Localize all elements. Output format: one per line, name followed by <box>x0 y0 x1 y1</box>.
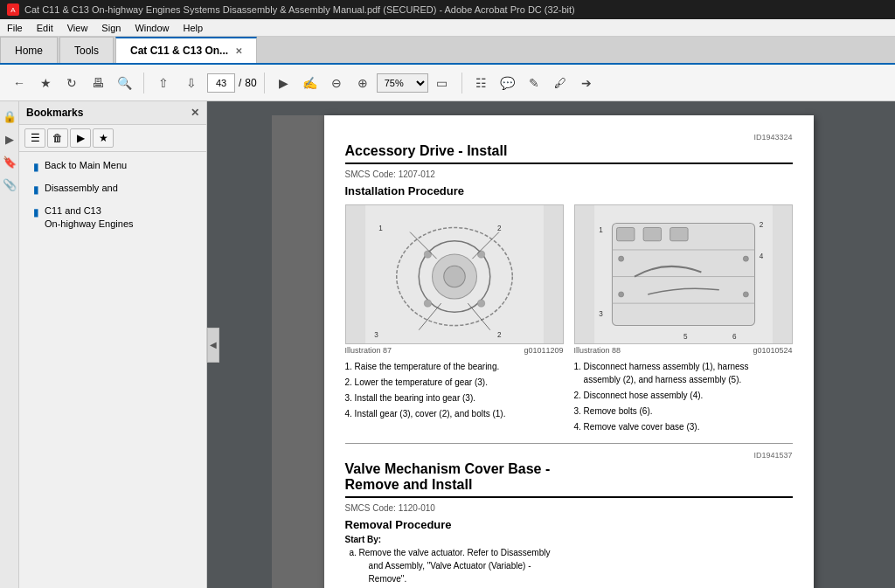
zoom-select[interactable]: 75% 100% 125% 150% <box>377 73 428 93</box>
page-separator: / <box>239 77 241 89</box>
svg-text:2: 2 <box>759 221 763 229</box>
illus-87-code: g01011209 <box>524 346 563 355</box>
right-step-1: 1. Disconnect harness assembly (1), harn… <box>574 360 793 386</box>
share-button[interactable]: ➔ <box>574 71 599 95</box>
select-tool-button[interactable]: ▶ <box>272 71 296 95</box>
page-left-margin <box>272 115 324 588</box>
refresh-button[interactable]: ↻ <box>59 71 84 95</box>
tab-home-label: Home <box>15 45 43 57</box>
bookmark-star-button[interactable]: ★ <box>33 71 58 95</box>
title-text: Cat C11 & C13 On-highway Engines Systems… <box>24 4 575 15</box>
sidebar-menu-btn[interactable]: ☰ <box>24 128 45 148</box>
svg-text:3: 3 <box>599 310 603 318</box>
illustration-88-block: 1 2 4 3 5 6 Illustration 88 g01010524 <box>574 204 793 436</box>
search-button[interactable]: 🔍 <box>112 71 136 95</box>
toolbar-sep-3 <box>461 73 462 93</box>
sidebar-wrapper: Bookmarks ✕ ☰ 🗑 ▶ ★ ▮ Back to Main Menu … <box>19 101 207 588</box>
comment-button[interactable]: 💬 <box>496 71 520 95</box>
right-step-3: 3. Remove bolts (6). <box>574 405 793 418</box>
back-button[interactable]: ← <box>7 71 31 95</box>
svg-point-8 <box>477 300 484 307</box>
svg-text:3: 3 <box>374 331 378 339</box>
right-step-2: 2. Disconnect hose assembly (4). <box>574 389 793 402</box>
bookmark-icon-1: ▮ <box>33 160 39 175</box>
zoom-fit-button[interactable]: ▭ <box>430 71 454 95</box>
svg-text:2: 2 <box>496 225 501 232</box>
step-1: 1. Raise the temperature of the bearing. <box>345 360 564 373</box>
menu-window[interactable]: Window <box>128 21 176 35</box>
engine-drawing-87: 1 2 3 2 <box>346 205 563 343</box>
layers-icon[interactable]: ▶ <box>2 131 17 147</box>
illus-88-code: g01010524 <box>753 346 792 355</box>
section1-title: Accessory Drive - Install <box>345 143 793 164</box>
section1-right-steps: 1. Disconnect harness assembly (1), harn… <box>574 360 793 433</box>
attachment-icon[interactable]: 📎 <box>2 176 17 192</box>
tab-close-icon[interactable]: ✕ <box>235 46 242 56</box>
left-panel-icons: 🔒 ▶ 🔖 📎 <box>0 101 19 588</box>
bookmark-item-1[interactable]: ▮ Back to Main Menu <box>19 156 206 178</box>
title-bar: A Cat C11 & C13 On-highway Engines Syste… <box>0 0 895 19</box>
tab-bar: Home Tools Cat C11 & C13 On... ✕ <box>0 37 895 65</box>
tab-document-label: Cat C11 & C13 On... <box>130 45 228 57</box>
bookmarks-panel-icon[interactable]: 🔖 <box>2 154 17 169</box>
svg-point-26 <box>743 256 748 261</box>
lock-icon[interactable]: 🔒 <box>2 108 17 124</box>
section1-subtitle: Installation Procedure <box>345 184 793 197</box>
page-up-button[interactable]: ⇧ <box>151 71 176 95</box>
tab-home[interactable]: Home <box>0 37 58 63</box>
print-button[interactable]: 🖶 <box>86 71 110 95</box>
tab-document[interactable]: Cat C11 & C13 On... ✕ <box>115 37 257 63</box>
section1-smcs: SMCS Code: 1207-012 <box>345 169 793 179</box>
draw-button[interactable]: ✎ <box>522 71 546 95</box>
step-2: 2. Lower the temperature of gear (3). <box>345 376 564 389</box>
svg-text:4: 4 <box>759 252 763 260</box>
scroll-mode-button[interactable]: ☷ <box>469 71 494 95</box>
app-icon: A <box>7 3 19 16</box>
illus-87-caption: Illustration 87 g01011209 <box>345 346 564 355</box>
bookmark-label-1: Back to Main Menu <box>45 159 127 172</box>
menu-edit[interactable]: Edit <box>30 21 60 35</box>
total-pages: 80 <box>245 77 256 89</box>
svg-rect-23 <box>643 227 661 240</box>
bookmark-icon-2: ▮ <box>33 183 39 197</box>
sidebar-delete-btn[interactable]: 🗑 <box>47 128 68 148</box>
sidebar-expand-btn[interactable]: ▶ <box>70 128 91 148</box>
svg-text:1: 1 <box>378 225 383 232</box>
menu-view[interactable]: View <box>60 21 95 35</box>
sidebar-star-btn[interactable]: ★ <box>93 128 114 148</box>
sidebar-close-icon[interactable]: ✕ <box>191 107 199 119</box>
bookmark-icon-3: ▮ <box>33 205 39 220</box>
bookmark-item-3[interactable]: ▮ C11 and C13 On-highway Engines <box>19 201 206 235</box>
sign-button[interactable]: 🖋 <box>548 71 572 95</box>
sidebar-title: Bookmarks <box>26 107 83 119</box>
svg-point-25 <box>618 256 623 261</box>
illustration-88: 1 2 4 3 5 6 <box>574 204 793 344</box>
start-by-label: Start By: <box>345 535 793 544</box>
alpha-step-a: Remove the valve actuator. Refer to Disa… <box>359 546 793 585</box>
section1-steps: 1. Raise the temperature of the bearing.… <box>345 360 564 420</box>
menu-file[interactable]: File <box>0 21 30 35</box>
page-area[interactable]: ID1943324 Accessory Drive - Install SMCS… <box>207 101 895 588</box>
section2-smcs: SMCS Code: 1120-010 <box>345 503 793 513</box>
illus-87-label: Illustration 87 <box>345 346 392 355</box>
view-tools-group: ☷ 💬 ✎ 🖋 ➔ <box>469 71 599 95</box>
svg-point-28 <box>743 292 748 297</box>
section2-subtitle: Removal Procedure <box>345 518 793 531</box>
zoom-out-button[interactable]: ⊖ <box>324 71 349 95</box>
tab-tools[interactable]: Tools <box>59 37 114 63</box>
bookmark-label-2: Disassembly and <box>45 182 118 195</box>
zoom-in-button[interactable]: ⊕ <box>350 71 375 95</box>
menu-sign[interactable]: Sign <box>94 21 128 35</box>
page-number-input[interactable] <box>207 73 235 93</box>
hand-tool-button[interactable]: ✍ <box>298 71 323 95</box>
main-layout: 🔒 ▶ 🔖 📎 Bookmarks ✕ ☰ 🗑 ▶ ★ ▮ Back to Ma… <box>0 101 895 588</box>
svg-text:2: 2 <box>496 331 501 339</box>
page-down-button[interactable]: ⇩ <box>179 71 204 95</box>
engine-drawing-88: 1 2 4 3 5 6 <box>575 205 792 343</box>
toolbar-sep-2 <box>264 73 265 93</box>
bookmark-item-2[interactable]: ▮ Disassembly and <box>19 178 206 201</box>
menu-bar: File Edit View Sign Window Help <box>0 19 895 37</box>
menu-help[interactable]: Help <box>177 21 211 35</box>
sidebar-collapse-button[interactable]: ◀ <box>207 328 219 363</box>
svg-point-4 <box>443 266 464 287</box>
